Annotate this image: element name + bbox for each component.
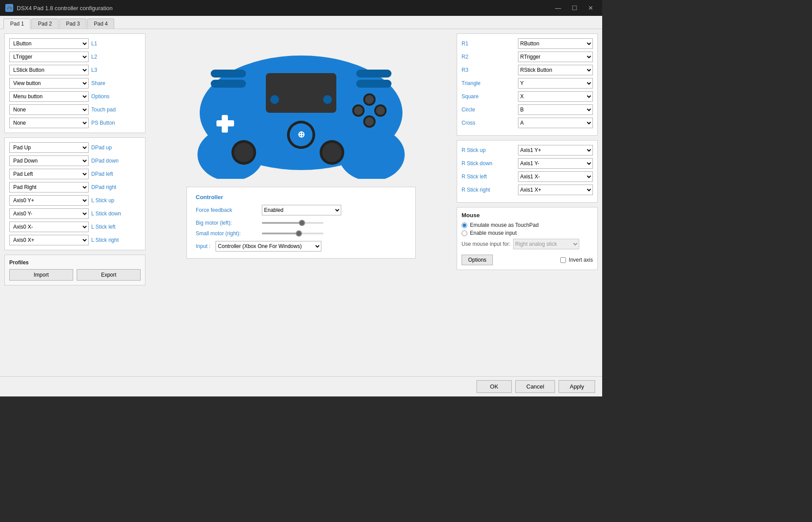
rstick-up-select[interactable]: Axis1 Y+ <box>518 145 593 155</box>
square-label: Square <box>462 93 506 100</box>
options-label: Options <box>91 93 127 100</box>
touchpad-label: Touch pad <box>91 107 127 113</box>
rstick-mappings: R Stick up Axis1 Y+ R Stick down Axis1 Y… <box>457 140 598 203</box>
mouse-input-for-label: Use mouse input for: <box>462 241 510 247</box>
dpad-up-select[interactable]: Pad Up <box>9 142 89 153</box>
svg-point-21 <box>270 95 279 104</box>
small-motor-row: Small motor (right): <box>196 230 406 237</box>
lstick-left-select[interactable]: Axis0 X- <box>9 222 89 232</box>
l1-label: L1 <box>91 41 127 47</box>
lstick-right-select[interactable]: Axis0 X+ <box>9 235 89 245</box>
window-controls[interactable]: — ☐ ✕ <box>551 4 597 12</box>
mapping-rstick-up: R Stick up Axis1 Y+ <box>462 145 593 155</box>
psbutton-select[interactable]: None <box>9 118 89 128</box>
triangle-select[interactable]: Y <box>518 78 593 89</box>
l3-select[interactable]: LStick Button <box>9 65 89 75</box>
import-button[interactable]: Import <box>9 269 73 281</box>
rstick-down-select[interactable]: Axis1 Y- <box>518 158 593 169</box>
controller-section-title: Controller <box>196 194 406 200</box>
mouse-touchpad-label: Emulate mouse as TouchPad <box>470 222 539 228</box>
dpad-down-label: DPad down <box>91 158 127 164</box>
mapping-dpad-down: Pad Down DPad down <box>9 155 141 166</box>
mapping-square: Square X <box>462 91 593 102</box>
export-button[interactable]: Export <box>77 269 141 281</box>
mapping-dpad-right: Pad Right DPad right <box>9 182 141 193</box>
rstick-down-label: R Stick down <box>462 160 506 167</box>
mapping-lstick-up: Axis0 Y+ L Stick up <box>9 195 141 206</box>
tab-pad1[interactable]: Pad 1 <box>4 19 30 29</box>
mouse-option1-row: Emulate mouse as TouchPad <box>462 222 593 228</box>
mouse-options-button[interactable]: Options <box>462 255 493 265</box>
force-feedback-select[interactable]: Enabled Disabled <box>262 205 341 215</box>
mapping-rstick-left: R Stick left Axis1 X- <box>462 171 593 182</box>
touchpad-select[interactable]: None <box>9 104 89 115</box>
share-select[interactable]: View button <box>9 78 89 89</box>
tab-pad2[interactable]: Pad 2 <box>31 19 58 29</box>
svg-point-11 <box>354 106 363 115</box>
options-select[interactable]: Menu button <box>9 91 89 102</box>
lstick-down-select[interactable]: Axis0 Y- <box>9 208 89 219</box>
r2-label: R2 <box>462 54 506 60</box>
mouse-bottom-row: Options Invert axis <box>462 252 593 265</box>
mouse-title: Mouse <box>462 212 593 218</box>
profiles-buttons: Import Export <box>9 269 141 281</box>
tab-pad3[interactable]: Pad 3 <box>60 19 86 29</box>
lstick-up-select[interactable]: Axis0 Y+ <box>9 195 89 206</box>
lstick-left-label: L Stick left <box>91 224 127 230</box>
invert-axis-label: Invert axis <box>569 257 593 263</box>
mapping-l2: LTrigger L2 <box>9 52 141 62</box>
l1-select[interactable]: LButton <box>9 38 89 49</box>
r1-select[interactable]: RButton <box>518 38 593 49</box>
cross-label: Cross <box>462 120 506 126</box>
content-area: LButton L1 LTrigger L2 LStick Button L3 … <box>0 29 602 376</box>
mapping-l3: LStick Button L3 <box>9 65 141 75</box>
triangle-label: Triangle <box>462 80 506 86</box>
maximize-button[interactable]: ☐ <box>568 4 581 12</box>
profiles-section: Profiles Import Export <box>4 255 145 285</box>
mouse-input-radio[interactable] <box>462 230 467 236</box>
title-bar: 🎮 DSX4 Pad 1.8 controller configuration … <box>0 0 602 16</box>
invert-axis-row: Invert axis <box>560 257 593 263</box>
square-select[interactable]: X <box>518 91 593 102</box>
cancel-button[interactable]: Cancel <box>515 380 555 393</box>
rstick-up-label: R Stick up <box>462 147 506 153</box>
rstick-left-select[interactable]: Axis1 X- <box>518 171 593 182</box>
ok-button[interactable]: OK <box>477 380 512 393</box>
dpad-down-select[interactable]: Pad Down <box>9 155 89 166</box>
big-motor-thumb[interactable] <box>299 220 305 226</box>
cross-select[interactable]: A <box>518 118 593 128</box>
lstick-up-label: L Stick up <box>91 197 127 204</box>
r3-label: R3 <box>462 67 506 73</box>
mapping-dpad-up: Pad Up DPad up <box>9 142 141 153</box>
input-device-select[interactable]: Controller (Xbox One For Windows) <box>216 241 321 252</box>
mouse-input-select[interactable]: Right analog stick <box>513 239 579 249</box>
svg-point-13 <box>365 95 374 104</box>
mapping-triangle: Triangle Y <box>462 78 593 89</box>
rstick-left-label: R Stick left <box>462 174 506 180</box>
mapping-lstick-down: Axis0 Y- L Stick down <box>9 208 141 219</box>
right-panel: R1 RButton R2 RTrigger R3 RStick Button … <box>457 33 598 372</box>
invert-axis-checkbox[interactable] <box>560 257 566 263</box>
small-motor-thumb[interactable] <box>296 230 302 237</box>
mouse-touchpad-radio[interactable] <box>462 222 467 228</box>
mapping-r2: R2 RTrigger <box>462 52 593 62</box>
controller-settings: Controller Force feedback Enabled Disabl… <box>186 187 416 259</box>
dpad-left-select[interactable]: Pad Left <box>9 169 89 179</box>
r2-select[interactable]: RTrigger <box>518 52 593 62</box>
circle-select[interactable]: B <box>518 104 593 115</box>
tab-pad4[interactable]: Pad 4 <box>87 19 114 29</box>
left-button-mappings: LButton L1 LTrigger L2 LStick Button L3 … <box>4 33 145 133</box>
controller-image: ⊕ <box>186 33 416 183</box>
close-button[interactable]: ✕ <box>585 4 597 12</box>
minimize-button[interactable]: — <box>551 4 565 12</box>
r3-select[interactable]: RStick Button <box>518 65 593 75</box>
l2-select[interactable]: LTrigger <box>9 52 89 62</box>
app-icon: 🎮 <box>5 4 13 12</box>
rstick-right-select[interactable]: Axis1 X+ <box>518 185 593 195</box>
title-bar-left: 🎮 DSX4 Pad 1.8 controller configuration <box>5 4 113 12</box>
svg-rect-3 <box>266 73 336 113</box>
apply-button[interactable]: Apply <box>559 380 595 393</box>
dpad-right-select[interactable]: Pad Right <box>9 182 89 193</box>
circle-label: Circle <box>462 107 506 113</box>
tabs-bar: Pad 1 Pad 2 Pad 3 Pad 4 <box>0 16 602 29</box>
